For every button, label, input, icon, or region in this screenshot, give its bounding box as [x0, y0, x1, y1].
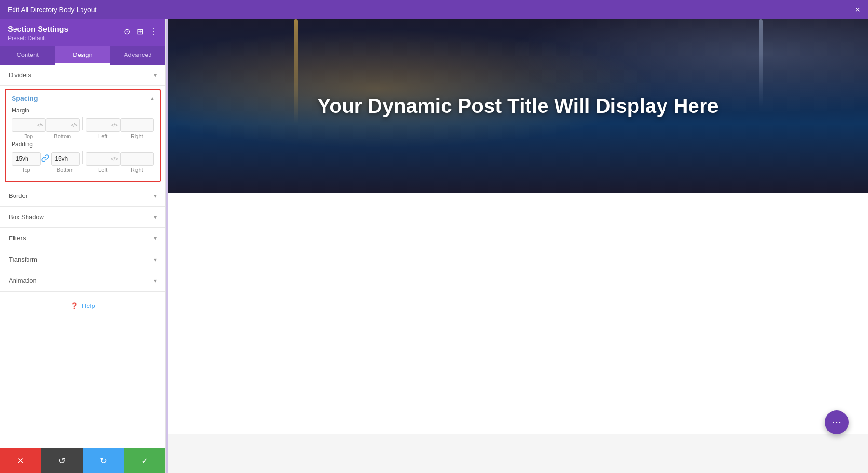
- close-button[interactable]: ×: [855, 5, 860, 15]
- margin-label: Margin: [12, 107, 154, 114]
- dynamic-value-icon-3[interactable]: </>: [111, 123, 118, 128]
- section-settings-preset[interactable]: Preset: Default: [8, 35, 68, 42]
- top-bar-title: Edit All Directory Body Layout: [8, 6, 96, 14]
- accordion-animation: Animation ▾: [0, 270, 165, 292]
- accordion-animation-header[interactable]: Animation ▾: [0, 270, 165, 291]
- settings-circle-icon[interactable]: ⊙: [124, 27, 130, 36]
- padding-top-label: Top: [22, 167, 30, 173]
- hero-title: Your Dynamic Post Title Will Display Her…: [298, 94, 737, 118]
- spacing-divider-2: [82, 151, 83, 164]
- tab-advanced[interactable]: Advanced: [110, 46, 165, 65]
- help-link[interactable]: ❓ Help: [70, 302, 95, 309]
- link-icon[interactable]: [41, 153, 50, 163]
- dynamic-value-icon[interactable]: </>: [37, 123, 43, 128]
- padding-right-label: Right: [131, 167, 143, 173]
- section-settings-title: Section Settings: [8, 25, 68, 34]
- margin-left-group: </> Top </> Bottom: [12, 118, 80, 139]
- padding-bottom-block: Bottom: [51, 152, 80, 173]
- margin-right-input[interactable]: [120, 118, 154, 132]
- padding-inputs-row: Top Bottom: [12, 151, 154, 173]
- padding-bottom-label: Bottom: [57, 167, 74, 173]
- padding-right-wrapper: [120, 152, 154, 166]
- spacing-section-title: Spacing ▴: [12, 95, 154, 102]
- spacing-divider-1: [82, 117, 83, 130]
- save-button[interactable]: ✓: [124, 448, 165, 473]
- margin-inputs-row: </> Top </> Bottom: [12, 117, 154, 139]
- margin-bottom-wrapper: </>: [46, 118, 80, 132]
- help-section: ❓ Help: [0, 292, 165, 320]
- accordion-transform: Transform ▾: [0, 249, 165, 270]
- accordion-dividers-header[interactable]: Dividers ▾: [0, 65, 165, 85]
- tab-row: Content Design Advanced: [0, 46, 165, 65]
- fab-button[interactable]: ···: [825, 410, 849, 434]
- settings-more-icon[interactable]: ⋮: [150, 27, 158, 36]
- tab-design[interactable]: Design: [55, 46, 110, 65]
- cancel-button[interactable]: ✕: [0, 448, 41, 473]
- fab-icon: ···: [832, 416, 841, 429]
- chevron-down-icon-5: ▾: [154, 256, 157, 263]
- padding-right-block: Right: [120, 152, 154, 173]
- margin-top-block: </> Top: [12, 118, 46, 139]
- margin-top-label: Top: [24, 133, 33, 139]
- padding-top-wrapper: [12, 152, 41, 166]
- bottom-toolbar: ✕ ↺ ↻ ✓: [0, 448, 165, 473]
- content-area: [168, 193, 868, 434]
- accordion-dividers: Dividers ▾: [0, 65, 165, 86]
- padding-bottom-input[interactable]: [51, 152, 80, 166]
- hero-section: Your Dynamic Post Title Will Display Her…: [168, 19, 868, 193]
- main-layout: Section Settings Preset: Default ⊙ ⊞ ⋮ C…: [0, 19, 868, 473]
- canvas-area: Your Dynamic Post Title Will Display Her…: [168, 19, 868, 473]
- undo-button[interactable]: ↺: [41, 448, 83, 473]
- margin-bottom-block: </> Bottom: [46, 118, 80, 139]
- dynamic-value-icon-2[interactable]: </>: [71, 123, 78, 128]
- accordion-filters-header[interactable]: Filters ▾: [0, 228, 165, 249]
- spacing-section: Spacing ▴ Margin </> Top: [5, 89, 161, 182]
- chevron-down-icon-6: ▾: [154, 278, 157, 284]
- chevron-down-icon-3: ▾: [154, 214, 157, 221]
- margin-right-block: Right: [120, 118, 154, 139]
- accordion-box-shadow-header[interactable]: Box Shadow ▾: [0, 207, 165, 227]
- redo-icon: ↻: [100, 456, 107, 466]
- accordion-border: Border ▾: [0, 185, 165, 207]
- padding-top-block: Top: [12, 152, 41, 173]
- padding-right-input[interactable]: [120, 152, 154, 166]
- section-settings-title-block: Section Settings Preset: Default: [8, 25, 68, 42]
- margin-right-label: Right: [131, 133, 143, 139]
- chevron-down-icon-2: ▾: [154, 193, 157, 199]
- padding-right-group: </> Left Right: [86, 152, 154, 173]
- accordion-filters: Filters ▾: [0, 228, 165, 249]
- margin-left-label: Left: [98, 133, 107, 139]
- accordion-transform-header[interactable]: Transform ▾: [0, 249, 165, 270]
- margin-bottom-label: Bottom: [54, 133, 71, 139]
- cancel-icon: ✕: [17, 456, 24, 466]
- padding-left-wrapper: </>: [86, 152, 120, 166]
- margin-top-wrapper: </>: [12, 118, 46, 132]
- padding-left-label: Left: [98, 167, 107, 173]
- padding-left-block: </> Left: [86, 152, 120, 173]
- top-bar: Edit All Directory Body Layout ×: [0, 0, 868, 19]
- padding-left-group: Top Bottom: [12, 152, 80, 173]
- save-icon: ✓: [141, 456, 149, 466]
- margin-right-wrapper: [120, 118, 154, 132]
- chevron-up-icon[interactable]: ▴: [151, 95, 154, 102]
- spacing-title-text: Spacing: [12, 95, 38, 102]
- padding-label: Padding: [12, 141, 154, 148]
- chevron-down-icon: ▾: [154, 72, 157, 79]
- redo-button[interactable]: ↻: [83, 448, 124, 473]
- dynamic-value-icon-4[interactable]: </>: [111, 156, 118, 162]
- tab-content[interactable]: Content: [0, 46, 55, 65]
- resize-handle[interactable]: [166, 19, 168, 473]
- section-settings-header: Section Settings Preset: Default ⊙ ⊞ ⋮: [0, 19, 165, 46]
- chevron-down-icon-4: ▾: [154, 235, 157, 242]
- padding-top-input[interactable]: [12, 152, 41, 166]
- undo-icon: ↺: [58, 456, 66, 466]
- margin-left-wrapper: </>: [86, 118, 120, 132]
- accordion-border-header[interactable]: Border ▾: [0, 185, 165, 206]
- sidebar: Section Settings Preset: Default ⊙ ⊞ ⋮ C…: [0, 19, 166, 473]
- margin-left-block: </> Left: [86, 118, 120, 139]
- help-circle-icon: ❓: [70, 302, 78, 309]
- settings-grid-icon[interactable]: ⊞: [137, 27, 143, 36]
- padding-bottom-wrapper: [51, 152, 80, 166]
- margin-right-group: </> Left Right: [86, 118, 154, 139]
- section-settings-icons: ⊙ ⊞ ⋮: [124, 27, 158, 36]
